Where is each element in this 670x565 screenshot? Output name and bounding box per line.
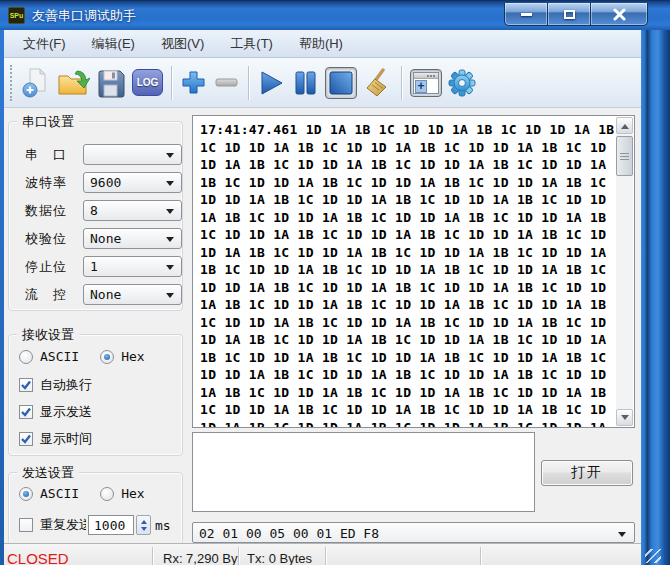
recv-ascii-label: ASCII — [40, 349, 79, 364]
statusbar-separator — [238, 547, 239, 565]
resize-grip[interactable] — [645, 549, 661, 563]
receive-settings-group: 接收设置 ASCII Hex 自动换行 显示发送 显示时间 — [8, 334, 183, 456]
terminal-line: 1C 1D 1D 1A 1B 1C 1D 1D 1A 1B 1C 1D 1D 1… — [200, 226, 614, 244]
menu-file[interactable]: 文件(F) — [10, 31, 79, 57]
terminal-line: 1D 1D 1A 1B 1C 1D 1D 1A 1B 1C 1D 1D 1A 1… — [200, 366, 614, 384]
receive-settings-title: 接收设置 — [17, 326, 79, 344]
interval-stepper[interactable] — [136, 515, 151, 535]
port-label: 串 口 — [25, 146, 67, 164]
open-folder-icon — [57, 68, 90, 97]
start-button[interactable] — [257, 69, 285, 97]
add-button[interactable] — [180, 69, 207, 96]
terminal-line: 1C 1D 1D 1A 1B 1C 1D 1D 1A 1B 1C 1D 1D 1… — [200, 139, 614, 157]
terminal-line: 1D 1A 1B 1C 1D 1D 1A 1B 1C 1D 1D 1A 1B 1… — [200, 419, 614, 428]
toolbar-separator — [248, 66, 249, 100]
menu-tools[interactable]: 工具(T) — [217, 31, 286, 57]
stopbits-row: 停止位 1 — [17, 256, 177, 276]
terminal-line: 1D 1A 1B 1C 1D 1D 1A 1B 1C 1D 1D 1A 1B 1… — [200, 156, 614, 174]
repeat-send-row: 重复发送 1000 ms — [19, 515, 171, 535]
gear-icon — [448, 69, 476, 97]
panel-toggle-button[interactable]: + — [410, 69, 442, 97]
parity-select[interactable]: None — [83, 228, 182, 249]
send-input[interactable] — [192, 432, 535, 512]
minimize-button[interactable] — [504, 3, 547, 26]
terminal-line: 1A 1B 1C 1D 1D 1A 1B 1C 1D 1D 1A 1B 1C 1… — [200, 296, 614, 314]
settings-button[interactable] — [448, 69, 476, 97]
stopbits-select[interactable]: 1 — [83, 256, 182, 277]
terminal-output: 17:41:47.461 1D 1A 1B 1C 1D 1D 1A 1B 1C … — [200, 121, 614, 427]
chevron-down-icon — [166, 293, 174, 302]
menu-edit[interactable]: 编辑(E) — [79, 31, 148, 57]
stopbits-value: 1 — [90, 259, 98, 274]
minimize-icon — [521, 13, 532, 16]
port-select[interactable] — [83, 144, 182, 165]
databits-label: 数据位 — [25, 202, 67, 220]
close-button[interactable] — [591, 3, 648, 26]
save-button[interactable] — [96, 68, 126, 98]
pause-button[interactable] — [291, 69, 319, 97]
menu-help[interactable]: 帮助(H) — [286, 31, 356, 57]
window-title: 友善串口调试助手 — [32, 7, 136, 25]
check-icon — [20, 433, 32, 445]
send-format-row: ASCII Hex — [19, 486, 145, 501]
repeat-send-checkbox[interactable] — [19, 518, 33, 532]
interval-input[interactable]: 1000 — [88, 515, 134, 535]
check-icon — [20, 379, 32, 391]
open-port-button[interactable]: 打开 — [541, 460, 633, 486]
flowcontrol-select[interactable]: None — [83, 284, 182, 305]
recv-hex-label: Hex — [121, 349, 144, 364]
terminal-line: 1A 1B 1C 1D 1D 1A 1B 1C 1D 1D 1A 1B 1C 1… — [200, 209, 614, 227]
send-settings-group: 发送设置 ASCII Hex 重复发送 1000 ms — [8, 472, 183, 545]
stop-icon — [328, 70, 354, 96]
parity-label: 校验位 — [25, 230, 67, 248]
show-send-checkbox[interactable] — [19, 405, 33, 419]
open-file-button[interactable] — [57, 68, 90, 97]
log-button[interactable]: LOG — [132, 69, 163, 96]
baudrate-row: 波特率 9600 — [17, 172, 177, 192]
window-controls — [504, 3, 648, 26]
new-session-button[interactable] — [21, 67, 51, 98]
clear-button[interactable] — [363, 68, 393, 98]
recv-hex-radio[interactable] — [100, 350, 114, 364]
new-file-icon — [21, 67, 51, 98]
scrollbar-thumb[interactable] — [616, 136, 633, 176]
menu-view[interactable]: 视图(V) — [148, 31, 217, 57]
scroll-down-button[interactable] — [616, 409, 633, 426]
titlebar[interactable]: SPu 友善串口调试助手 — [0, 0, 670, 30]
receive-terminal[interactable]: 17:41:47.461 1D 1A 1B 1C 1D 1D 1A 1B 1C … — [192, 115, 635, 428]
terminal-line: 1B 1C 1D 1D 1A 1B 1C 1D 1D 1A 1B 1C 1D 1… — [200, 261, 614, 279]
maximize-button[interactable] — [547, 3, 591, 26]
chevron-down-icon — [166, 265, 174, 274]
terminal-line: 1C 1D 1D 1A 1B 1C 1D 1D 1A 1B 1C 1D 1D 1… — [200, 314, 614, 332]
databits-row: 数据位 8 — [17, 200, 177, 220]
databits-value: 8 — [90, 203, 98, 218]
stop-button[interactable] — [325, 67, 357, 99]
toolbar: LOG — [4, 58, 641, 108]
panel-toggle-icon: + — [413, 72, 439, 94]
rx-counter: Rx: 7,290 Bytes — [163, 551, 239, 565]
spin-down-icon — [141, 527, 147, 534]
terminal-line: 1C 1D 1D 1A 1B 1C 1D 1D 1A 1B 1C 1D 1D 1… — [200, 401, 614, 419]
show-time-checkbox[interactable] — [19, 432, 33, 446]
remove-button[interactable] — [213, 69, 240, 96]
play-icon — [257, 69, 285, 97]
send-hex-radio[interactable] — [100, 487, 114, 501]
connection-status: CLOSED — [7, 550, 69, 565]
hex-history-combo[interactable]: 02 01 00 05 00 01 ED F8 — [192, 522, 635, 543]
send-hex-label: Hex — [121, 486, 144, 501]
terminal-scrollbar[interactable] — [616, 117, 633, 426]
repeat-send-label: 重复发送 — [40, 516, 86, 534]
auto-newline-checkbox[interactable] — [19, 378, 33, 392]
terminal-line: 1A 1B 1C 1D 1D 1A 1B 1C 1D 1D 1A 1B 1C 1… — [200, 384, 614, 402]
auto-newline-row: 自动换行 — [19, 376, 92, 394]
recv-ascii-radio[interactable] — [19, 350, 33, 364]
serial-settings-group: 串口设置 串 口 波特率 9600 数据位 8 校验位 None 停止位 1 — [8, 121, 183, 311]
baudrate-label: 波特率 — [25, 174, 67, 192]
send-ascii-radio[interactable] — [19, 487, 33, 501]
port-row: 串 口 — [17, 144, 177, 164]
scroll-up-button[interactable] — [616, 117, 633, 134]
databits-select[interactable]: 8 — [83, 200, 182, 221]
toolbar-grip[interactable] — [10, 65, 12, 101]
baudrate-select[interactable]: 9600 — [83, 172, 182, 193]
terminal-line: 1D 1A 1B 1C 1D 1D 1A 1B 1C 1D 1D 1A 1B 1… — [200, 331, 614, 349]
